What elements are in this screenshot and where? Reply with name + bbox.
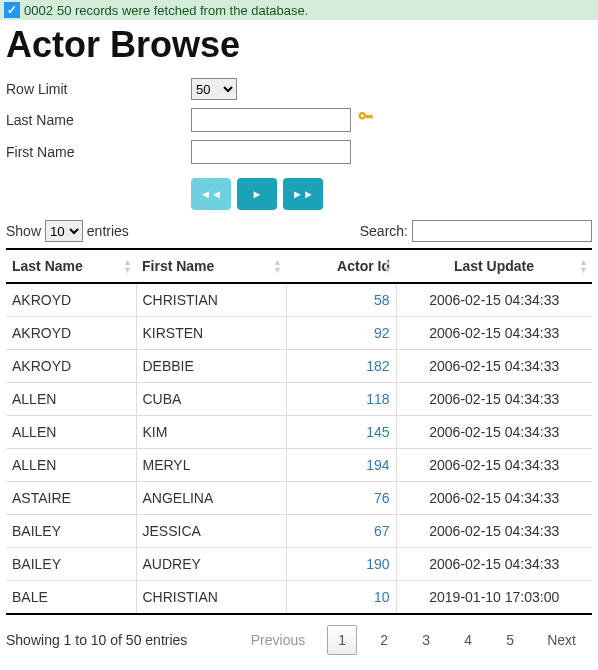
cell-last: ALLEN — [6, 383, 136, 416]
page-2-button[interactable]: 2 — [369, 625, 399, 655]
table-row: BAILEYAUDREY1902006-02-15 04:34:33 — [6, 548, 592, 581]
table-row: BAILEYJESSICA672006-02-15 04:34:33 — [6, 515, 592, 548]
check-icon: ✓ — [4, 2, 20, 18]
cell-id[interactable]: 145 — [286, 416, 396, 449]
cell-id[interactable]: 118 — [286, 383, 396, 416]
cell-last: AKROYD — [6, 350, 136, 383]
page-next-button[interactable]: Next — [537, 625, 586, 655]
cell-upd: 2006-02-15 04:34:33 — [396, 515, 592, 548]
cell-upd: 2006-02-15 04:34:33 — [396, 283, 592, 317]
cell-first: MERYL — [136, 449, 286, 482]
nav-last-button[interactable]: ►► — [283, 178, 323, 210]
search-input[interactable] — [412, 220, 592, 242]
cell-first: AUDREY — [136, 548, 286, 581]
status-message: 50 records were fetched from the databas… — [57, 3, 308, 18]
cell-first: KIRSTEN — [136, 317, 286, 350]
filter-form: Row Limit 50 Last Name First Name ◄◄ ► ►… — [6, 78, 592, 210]
col-first-name[interactable]: First Name▲▼ — [136, 249, 286, 283]
table-row: ALLENKIM1452006-02-15 04:34:33 — [6, 416, 592, 449]
cell-first: CHRISTIAN — [136, 283, 286, 317]
cell-id[interactable]: 190 — [286, 548, 396, 581]
cell-last: AKROYD — [6, 283, 136, 317]
first-name-input[interactable] — [191, 140, 351, 164]
cell-upd: 2006-02-15 04:34:33 — [396, 482, 592, 515]
cell-upd: 2006-02-15 04:34:33 — [396, 416, 592, 449]
table-row: AKROYDCHRISTIAN582006-02-15 04:34:33 — [6, 283, 592, 317]
nav-play-button[interactable]: ► — [237, 178, 277, 210]
status-code: 0002 — [24, 3, 53, 18]
entries-length: Show 10 entries — [6, 220, 129, 242]
show-prefix: Show — [6, 223, 41, 239]
cell-last: AKROYD — [6, 317, 136, 350]
col-last-update[interactable]: Last Update▲▼ — [396, 249, 592, 283]
first-name-label: First Name — [6, 144, 191, 160]
cell-id[interactable]: 67 — [286, 515, 396, 548]
cell-upd: 2006-02-15 04:34:33 — [396, 317, 592, 350]
cell-id[interactable]: 92 — [286, 317, 396, 350]
entries-select[interactable]: 10 — [45, 220, 83, 242]
cell-upd: 2006-02-15 04:34:33 — [396, 449, 592, 482]
cell-id[interactable]: 10 — [286, 581, 396, 615]
cell-last: BAILEY — [6, 515, 136, 548]
cell-last: BAILEY — [6, 548, 136, 581]
table-row: AKROYDKIRSTEN922006-02-15 04:34:33 — [6, 317, 592, 350]
cell-upd: 2006-02-15 04:34:33 — [396, 548, 592, 581]
page-prev-button[interactable]: Previous — [241, 625, 315, 655]
key-icon — [357, 109, 375, 131]
cell-first: JESSICA — [136, 515, 286, 548]
table-row: AKROYDDEBBIE1822006-02-15 04:34:33 — [6, 350, 592, 383]
table-row: ASTAIREANGELINA762006-02-15 04:34:33 — [6, 482, 592, 515]
cell-first: KIM — [136, 416, 286, 449]
cell-upd: 2006-02-15 04:34:33 — [396, 383, 592, 416]
table-row: ALLENCUBA1182006-02-15 04:34:33 — [6, 383, 592, 416]
cell-first: DEBBIE — [136, 350, 286, 383]
col-actor-id[interactable]: Actor Id▲▼ — [286, 249, 396, 283]
cell-id[interactable]: 58 — [286, 283, 396, 317]
pagination-info: Showing 1 to 10 of 50 entries — [6, 632, 187, 648]
table-row: BALECHRISTIAN102019-01-10 17:03:00 — [6, 581, 592, 615]
col-last-name[interactable]: Last Name▲▼ — [6, 249, 136, 283]
page-title: Actor Browse — [6, 24, 592, 66]
cell-last: ALLEN — [6, 449, 136, 482]
row-limit-label: Row Limit — [6, 81, 191, 97]
page-1-button[interactable]: 1 — [327, 625, 357, 655]
actor-table: Last Name▲▼ First Name▲▼ Actor Id▲▼ Last… — [6, 248, 592, 615]
nav-first-button[interactable]: ◄◄ — [191, 178, 231, 210]
page-4-button[interactable]: 4 — [453, 625, 483, 655]
cell-id[interactable]: 194 — [286, 449, 396, 482]
cell-first: CUBA — [136, 383, 286, 416]
cell-first: ANGELINA — [136, 482, 286, 515]
cell-id[interactable]: 76 — [286, 482, 396, 515]
cell-last: ASTAIRE — [6, 482, 136, 515]
cell-first: CHRISTIAN — [136, 581, 286, 615]
page-3-button[interactable]: 3 — [411, 625, 441, 655]
page-5-button[interactable]: 5 — [495, 625, 525, 655]
last-name-input[interactable] — [191, 108, 351, 132]
pager: Previous 12345 Next — [235, 625, 592, 655]
last-name-label: Last Name — [6, 112, 191, 128]
cell-upd: 2006-02-15 04:34:33 — [396, 350, 592, 383]
row-limit-select[interactable]: 50 — [191, 78, 237, 100]
show-suffix: entries — [87, 223, 129, 239]
cell-id[interactable]: 182 — [286, 350, 396, 383]
search-label: Search: — [360, 223, 408, 239]
cell-last: BALE — [6, 581, 136, 615]
table-row: ALLENMERYL1942006-02-15 04:34:33 — [6, 449, 592, 482]
cell-upd: 2019-01-10 17:03:00 — [396, 581, 592, 615]
cell-last: ALLEN — [6, 416, 136, 449]
status-bar: ✓ 0002 50 records were fetched from the … — [0, 0, 598, 20]
